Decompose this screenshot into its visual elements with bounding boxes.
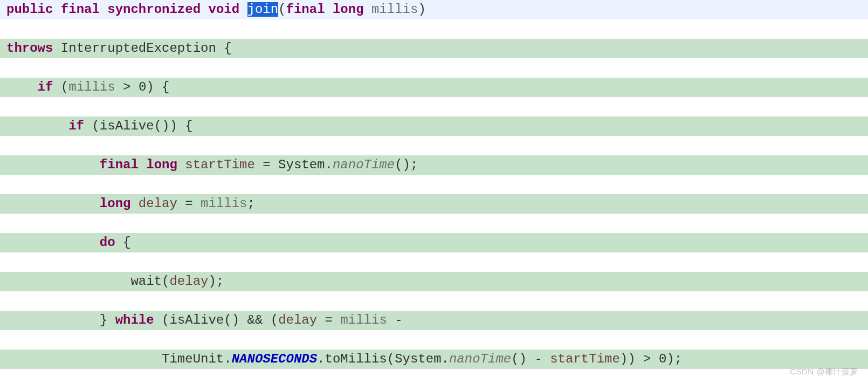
code-line: if (isAlive()) { <box>0 117 868 136</box>
code-line: if (millis > 0) { <box>0 78 868 97</box>
highlighted-method-name: join <box>247 2 279 17</box>
code-line: throws InterruptedException { <box>0 39 868 58</box>
code-line: } while (isAlive() && (delay = millis - <box>0 311 868 330</box>
code-block: public final synchronized void join(fina… <box>0 0 868 383</box>
code-line: public final synchronized void join(fina… <box>0 0 868 19</box>
code-line: do { <box>0 233 868 252</box>
code-line: final long startTime = System.nanoTime()… <box>0 155 868 175</box>
code-line: TimeUnit.NANOSECONDS.toMillis(System.nan… <box>0 350 868 369</box>
code-line: wait(delay); <box>0 272 868 291</box>
code-line: long delay = millis; <box>0 194 868 214</box>
watermark: CSDN @椰汁菠萝 <box>790 366 858 378</box>
